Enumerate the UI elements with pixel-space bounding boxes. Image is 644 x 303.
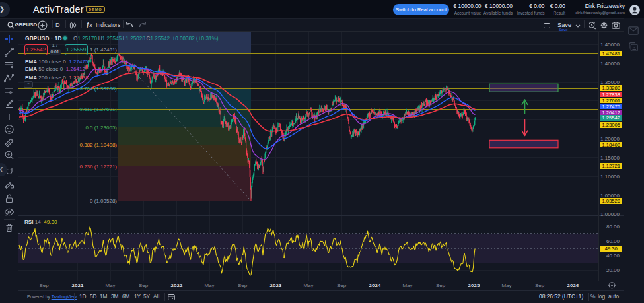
svg-text:20.00: 20.00 (606, 267, 620, 273)
svg-text:0.618 (1.27601): 0.618 (1.27601) (80, 106, 118, 112)
svg-text:0.764 (1.33288): 0.764 (1.33288) (80, 86, 118, 92)
svg-text:Sep: Sep (238, 283, 248, 288)
svg-text:1.23005: 1.23005 (602, 122, 620, 128)
svg-text:2021: 2021 (72, 283, 84, 288)
svg-text:1.03528: 1.03528 (602, 198, 620, 204)
svg-text:1.40000: 1.40000 (600, 61, 620, 67)
svg-text:1.42481: 1.42481 (602, 51, 620, 57)
svg-text:0.5 (1.23005): 0.5 (1.23005) (85, 125, 117, 131)
svg-text:1.18408: 1.18408 (602, 142, 620, 148)
svg-text:1.20000: 1.20000 (600, 136, 620, 142)
svg-text:1.33288: 1.33288 (602, 85, 620, 91)
svg-text:Sep: Sep (436, 283, 446, 288)
svg-text:Sep: Sep (39, 283, 49, 288)
svg-text:1.25542: 1.25542 (602, 115, 620, 121)
svg-text:60.00: 60.00 (606, 238, 620, 244)
svg-text:0 (1.03528): 0 (1.03528) (90, 198, 117, 204)
svg-text:May: May (204, 283, 214, 288)
svg-text:2022: 2022 (171, 283, 183, 288)
svg-text:0.236 (1.12721): 0.236 (1.12721) (80, 164, 118, 170)
svg-text:2026: 2026 (567, 283, 579, 288)
svg-text:2024: 2024 (369, 283, 381, 288)
svg-text:1.10000: 1.10000 (600, 174, 620, 180)
svg-text:1.12721: 1.12721 (602, 163, 620, 169)
svg-text:1.35000: 1.35000 (600, 79, 620, 85)
svg-text:1.45000: 1.45000 (600, 42, 620, 48)
svg-text:0.382 (1.18408): 0.382 (1.18408) (80, 142, 118, 148)
svg-text:1.00000: 1.00000 (600, 211, 620, 217)
svg-text:1.27838: 1.27838 (602, 92, 620, 98)
svg-text:1.27475: 1.27475 (602, 104, 620, 110)
svg-text:1.27601: 1.27601 (602, 98, 620, 104)
svg-text:1 (1.42481): 1 (1.42481) (90, 47, 117, 53)
svg-text:May: May (303, 283, 313, 288)
svg-text:May: May (402, 283, 412, 288)
svg-text:1.15000: 1.15000 (600, 155, 620, 161)
svg-text:Sep: Sep (535, 283, 545, 288)
svg-text:2023: 2023 (270, 283, 282, 288)
svg-text:May: May (501, 283, 511, 288)
svg-text:Sep: Sep (139, 283, 149, 288)
svg-text:49.30: 49.30 (605, 246, 618, 252)
svg-text:1.26412: 1.26412 (602, 110, 620, 116)
svg-text:80.00: 80.00 (606, 224, 620, 230)
svg-text:40.00: 40.00 (606, 253, 620, 259)
svg-text:Sep: Sep (337, 283, 347, 288)
svg-text:May: May (105, 283, 115, 288)
svg-text:2025: 2025 (468, 283, 480, 288)
